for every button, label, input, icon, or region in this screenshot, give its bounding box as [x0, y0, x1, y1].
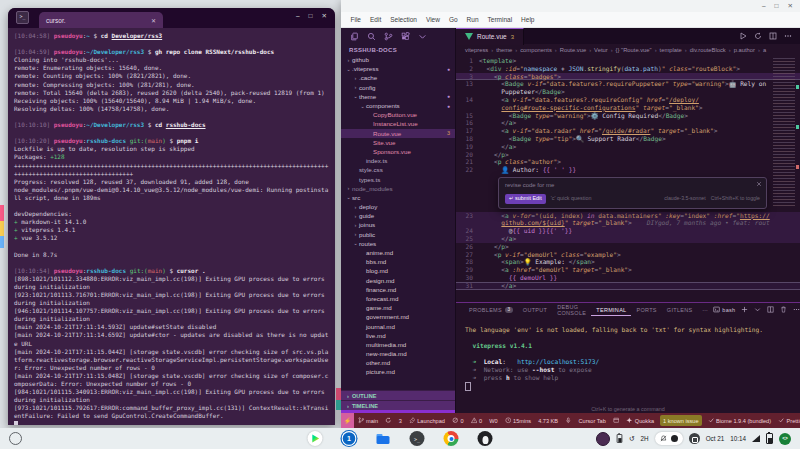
- breadcrumb-item[interactable]: theme: [496, 47, 512, 53]
- menu-selection[interactable]: Selection: [386, 16, 422, 23]
- panel-tab-output[interactable]: OUTPUT: [518, 303, 552, 316]
- statusbar-1-known-issue[interactable]: 1 known issue: [660, 415, 702, 426]
- tree-item-copybutton-vue[interactable]: CopyButton.vue: [341, 110, 455, 119]
- model-selector[interactable]: claude-3.5-sonnet: [664, 195, 706, 203]
- tree-item--cache[interactable]: ›.cache: [341, 73, 455, 82]
- shelf-app-files[interactable]: [376, 431, 391, 446]
- mic-icon[interactable]: [565, 417, 572, 424]
- statusbar-prettier[interactable]: Prettier: [775, 417, 800, 424]
- tree-item-route-vue[interactable]: Route.vue3: [341, 129, 455, 138]
- statusbar-0[interactable]: 0: [467, 417, 486, 424]
- tree-item-deploy[interactable]: ›deploy: [341, 202, 455, 211]
- notification-pill[interactable]: [655, 432, 683, 445]
- menu-edit[interactable]: Edit: [365, 16, 385, 23]
- split-editor-icon[interactable]: [769, 32, 777, 40]
- extensions-icon[interactable]: [401, 32, 410, 41]
- panel-tab-terminal[interactable]: TERMINAL: [591, 303, 631, 316]
- sync-icon[interactable]: [385, 417, 392, 424]
- shelf-app-chrome[interactable]: [444, 431, 459, 446]
- minimap[interactable]: [773, 58, 795, 208]
- vscode-titlebar[interactable]: – □ ✕: [341, 0, 800, 12]
- panel-tab-gitlens[interactable]: GITLENS: [662, 303, 698, 316]
- tree-item-forecast-md[interactable]: forecast.md: [341, 294, 455, 303]
- files-icon[interactable]: [350, 32, 359, 41]
- minimize-icon[interactable]: –: [296, 12, 300, 20]
- tree-item-picture-md[interactable]: picture.md: [341, 367, 455, 376]
- statusbar-4-73-kb[interactable]: 4.73 KB: [535, 418, 562, 424]
- tree-item-anime-md[interactable]: anime.md: [341, 248, 455, 257]
- tree-item-joinus[interactable]: ›joinus: [341, 220, 455, 229]
- sidebar-section-timeline[interactable]: › TIMELINE: [341, 400, 455, 410]
- statusbar-window[interactable]: [609, 417, 623, 424]
- tree-item-theme[interactable]: ⌄theme●: [341, 92, 455, 101]
- user-avatar[interactable]: [596, 432, 610, 446]
- breadcrumb-item[interactable]: template: [660, 47, 682, 53]
- menu-view[interactable]: View: [421, 16, 444, 23]
- tree-item-guide[interactable]: ›guide: [341, 211, 455, 220]
- tree-item-components[interactable]: ⌄components●: [341, 101, 455, 110]
- statusbar-quokka[interactable]: Quokka: [623, 417, 658, 424]
- play-icon[interactable]: [739, 32, 747, 40]
- statusbar-15mins[interactable]: 15mins: [501, 417, 535, 424]
- breadcrumb-item[interactable]: Vetur: [594, 47, 608, 53]
- tree-item-game-md[interactable]: game.md: [341, 303, 455, 312]
- menu-help[interactable]: Help: [517, 16, 539, 23]
- tree-item-new-media-md[interactable]: new-media.md: [341, 349, 455, 358]
- breadcrumb-item[interactable]: {} "Route.vue": [616, 47, 652, 53]
- maximize-icon[interactable]: □: [775, 2, 779, 10]
- window-icon[interactable]: [613, 417, 620, 424]
- submit-edit-button[interactable]: ↵ submit Edit: [505, 194, 546, 204]
- tree-item-index-ts[interactable]: index.ts: [341, 156, 455, 165]
- shelf-app-play-store[interactable]: [308, 431, 323, 446]
- clock-icon[interactable]: [505, 417, 512, 424]
- close-icon[interactable]: ✕: [322, 12, 327, 20]
- more-icon[interactable]: [784, 32, 792, 40]
- tree-item-blog-md[interactable]: blog.md: [341, 266, 455, 275]
- split-editor-icon[interactable]: [767, 306, 774, 313]
- tree-item-src[interactable]: ⌄src: [341, 193, 455, 202]
- spark-icon[interactable]: [626, 417, 633, 424]
- menu-terminal[interactable]: Terminal: [483, 16, 517, 23]
- system-tray[interactable]: ↺ 2H Oct 21 10:14 <>: [596, 432, 800, 446]
- menu-go[interactable]: Go: [444, 16, 462, 23]
- close-icon[interactable]: ✕: [788, 2, 793, 10]
- tree-item-sponsors-vue[interactable]: Sponsors.vue: [341, 147, 455, 156]
- tree-item-public[interactable]: ›public: [341, 230, 455, 239]
- tree-item-config[interactable]: ›config: [341, 83, 455, 92]
- check-icon[interactable]: [778, 417, 785, 424]
- terminal-output[interactable]: [10:04:58] pseudoyu:~ $ cd Developer/rss…: [8, 28, 335, 425]
- statusbar-launchpad[interactable]: Launchpad: [405, 417, 448, 424]
- panel-tab--[interactable]: ⋯: [697, 303, 713, 316]
- tree-item-finance-md[interactable]: finance.md: [341, 285, 455, 294]
- sidebar-section-outline[interactable]: › OUTLINE: [341, 390, 455, 400]
- tree-item-site-vue[interactable]: Site.vue: [341, 138, 455, 147]
- statusbar-w0[interactable]: W0: [486, 418, 501, 424]
- statusbar-biome-1-9-4-bundled-[interactable]: Biome 1.9.4 (bundled): [704, 417, 775, 424]
- statusbar-cursor-tab[interactable]: Cursor Tab: [575, 418, 609, 424]
- warning-icon[interactable]: [471, 417, 478, 424]
- tree-item-types-ts[interactable]: types.ts: [341, 174, 455, 183]
- tab-close-icon[interactable]: ✕: [151, 17, 156, 24]
- tree-item--vitepress[interactable]: ⌄.vitepress●: [341, 64, 455, 73]
- panel-tab-debug-console[interactable]: DEBUG CONSOLE: [552, 303, 591, 316]
- chevron-down-icon[interactable]: [754, 306, 761, 313]
- branch-icon[interactable]: [358, 417, 365, 424]
- minimize-icon[interactable]: –: [762, 2, 766, 10]
- tree-item-other-md[interactable]: other.md: [341, 358, 455, 367]
- search-icon[interactable]: [367, 32, 376, 41]
- tree-item-bbs-md[interactable]: bbs.md: [341, 257, 455, 266]
- tree-item-style-css[interactable]: style.css: [341, 165, 455, 174]
- tree-item-github[interactable]: ›github: [341, 55, 455, 64]
- integrated-terminal[interactable]: The language 'env' is not loaded, fallin…: [456, 316, 800, 413]
- statusbar-mic[interactable]: [562, 417, 576, 424]
- breadcrumb-item[interactable]: Route.vue: [560, 47, 586, 53]
- tree-item-journal-md[interactable]: journal.md: [341, 321, 455, 330]
- terminal-titlebar[interactable]: >_ cursor. ✕ – □ ✕: [8, 8, 335, 28]
- panel-tab-problems[interactable]: PROBLEMS3: [464, 303, 518, 316]
- shelf-app-terminal[interactable]: >_: [410, 431, 425, 446]
- tree-item-design-md[interactable]: design.md: [341, 276, 455, 285]
- tree-item-instancelist-vue[interactable]: InstanceList.vue: [341, 119, 455, 128]
- chevron-down-icon[interactable]: [418, 32, 427, 41]
- explorer-root-label[interactable]: RSSHUB-DOCS: [341, 45, 455, 55]
- tree-item-routes[interactable]: ⌄routes: [341, 239, 455, 248]
